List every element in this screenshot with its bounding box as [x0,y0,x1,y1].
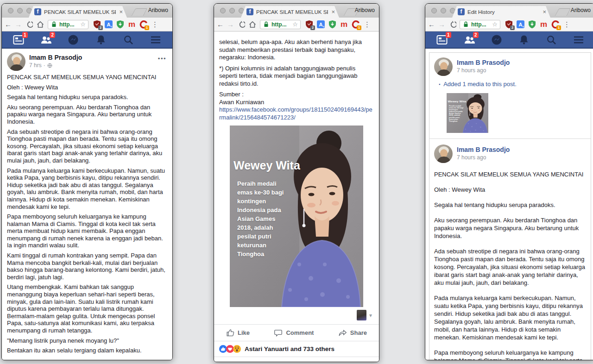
news-feed-icon[interactable]: 1 [13,34,25,45]
home-button[interactable] [36,20,44,28]
bookmark-star-icon[interactable]: ☆ [80,21,86,28]
tab-close-icon[interactable]: × [119,9,123,15]
search-icon[interactable] [545,34,557,45]
window-titlebar[interactable]: f PENCAK SILAT MEMELUK SE × Aribowo [2,4,172,18]
tab-close-icon[interactable]: × [331,9,335,15]
forward-button[interactable]: → [227,21,234,28]
reactions-row[interactable]: Astari Yanuarti and 733 others [214,341,379,357]
tab-title: Edit History [467,9,539,15]
downloader-extension-icon[interactable] [328,20,337,29]
downloader-extension-icon[interactable] [116,20,125,29]
forward-button[interactable]: → [15,21,22,28]
search-icon[interactable] [122,34,134,45]
reload-button[interactable] [448,20,456,28]
home-button[interactable] [248,20,257,28]
g-extension-badge: 1 [556,25,561,30]
source-link[interactable]: https://www.facebook.com/groups/18115024… [219,106,374,121]
minimize-window-button[interactable] [441,8,446,13]
edit-author-name[interactable]: Imam B Prasodjo [457,144,510,153]
messenger-icon[interactable] [491,34,503,45]
chrome-profile-name[interactable]: Aribowo [571,7,591,13]
post-photo[interactable]: Wewey Wita Peraih medali emas ke-30 bagi… [230,126,363,307]
translate-extension-icon[interactable] [516,20,525,29]
g-extension-icon[interactable]: 1 [551,20,560,29]
shield-extension-icon[interactable]: 2 [305,20,314,29]
translate-extension-icon[interactable] [316,20,325,29]
new-tab-button[interactable] [555,8,571,16]
facebook-favicon: f [246,8,253,15]
friend-requests-icon[interactable]: 2 [463,34,475,45]
g-extension-icon[interactable]: 1 [139,20,148,29]
chevron-down-icon[interactable]: ▾ [369,312,372,319]
avatar[interactable] [7,52,25,71]
m-extension-icon[interactable]: m [539,20,548,29]
post-paragraph: Segala hal tentang hidupku serupa parado… [7,94,167,101]
g-extension-icon[interactable]: 1 [351,20,360,29]
notifications-bell-icon[interactable] [518,34,530,45]
edit-history-entry: Imam B Prasodjo 7 hours ago [434,144,586,163]
messenger-icon[interactable] [67,34,79,45]
friend-requests-icon[interactable]: 2 [40,34,52,45]
shield-extension-icon[interactable]: 2 [505,20,513,29]
like-icon [226,328,234,337]
address-bar[interactable]: http... ☆ [460,20,500,29]
shield-extension-badge: 2 [98,25,103,30]
reload-button[interactable] [25,20,33,28]
post-paragraph: Aku seorang perempuan. Aku berdarah Tion… [434,216,586,240]
facebook-favicon: f [458,8,465,15]
news-feed-icon[interactable]: 1 [436,34,448,45]
divider [429,138,591,139]
avatar[interactable] [434,57,453,76]
comment-button[interactable]: Comment [274,328,314,337]
browser-tab[interactable]: f PENCAK SILAT MEMELUK SE × [241,6,339,18]
browser-window-post-top: f PENCAK SILAT MEMELUK SE × Aribowo ← → … [1,3,173,360]
minimize-window-button[interactable] [17,8,23,13]
post-options-icon[interactable]: ••• [158,55,166,62]
minimize-window-button[interactable] [229,8,235,13]
like-button[interactable]: Like [226,328,250,337]
shield-extension-icon[interactable]: 2 [93,20,101,29]
chrome-profile-name[interactable]: Aribowo [148,7,168,13]
tab-close-icon[interactable]: × [542,9,547,15]
close-window-button[interactable] [431,8,437,13]
close-window-button[interactable] [220,8,226,13]
notifications-bell-icon[interactable] [95,34,107,45]
window-titlebar[interactable]: f PENCAK SILAT MEMELUK SE × Aribowo [214,4,379,18]
bookmark-star-icon[interactable]: ☆ [492,21,498,28]
reactions-summary[interactable]: Astari Yanuarti and 733 others [245,345,334,352]
close-window-button[interactable] [8,8,13,13]
edit-timestamp: 7 hours ago [457,154,510,161]
browser-tab[interactable]: f PENCAK SILAT MEMELUK SE × [29,6,127,18]
g-extension-badge: 1 [357,25,361,30]
edit-author-name[interactable]: Imam B Prasodjo [457,57,510,66]
back-button[interactable]: ← [5,21,12,28]
forward-button[interactable]: → [438,21,445,28]
browser-tab[interactable]: f Edit History × [452,6,550,18]
post-action-bar: Like Comment Share [214,324,379,341]
chrome-menu-icon[interactable]: ⋮ [151,20,158,29]
new-tab-button[interactable] [132,8,148,16]
downloader-extension-icon[interactable] [528,20,536,29]
m-extension-icon[interactable]: m [127,20,136,29]
share-button[interactable]: Share [338,328,367,337]
translate-extension-icon[interactable] [104,20,113,29]
post-author-name[interactable]: Imam B Prasodjo [29,52,82,61]
photo-mini-thumbnail[interactable] [357,310,366,320]
hamburger-menu-icon[interactable] [573,34,585,45]
added-media-thumbnail[interactable]: Wewey Wita Peraih medali emas ke-30 bagi… [447,93,488,133]
address-bar[interactable]: http... ☆ [48,20,88,29]
bookmark-star-icon[interactable]: ☆ [292,21,298,28]
chrome-profile-name[interactable]: Aribowo [355,7,375,13]
back-button[interactable]: ← [428,21,435,28]
reload-button[interactable] [237,20,245,28]
post-paragraph: Segala hal tentang hidupku serupa parado… [434,201,586,209]
back-button[interactable]: ← [217,21,224,28]
avatar[interactable] [434,144,453,163]
window-titlebar[interactable]: f Edit History × Aribowo [425,4,593,18]
chrome-menu-icon[interactable]: ⋮ [563,20,570,29]
address-bar[interactable]: http... ☆ [260,20,301,29]
m-extension-icon[interactable]: m [340,20,348,29]
hamburger-menu-icon[interactable] [150,34,162,45]
chrome-menu-icon[interactable]: ⋮ [364,20,371,29]
shares-count[interactable]: 238 Shares [214,357,379,362]
